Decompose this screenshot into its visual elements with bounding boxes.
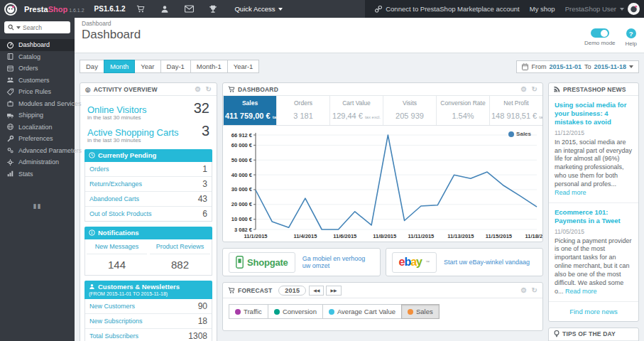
kpi-tab[interactable]: Orders 3 181 (276, 96, 329, 125)
sidebar-item[interactable]: Modules and Services (0, 98, 75, 110)
panel-refresh-icon[interactable]: ↻ (531, 287, 537, 294)
forecast-metric-button[interactable]: Conversion (268, 304, 323, 319)
sidebar-item[interactable]: Dashboard (0, 39, 75, 51)
notification-cell[interactable]: New Messages 144 (85, 239, 148, 275)
customers-row[interactable]: Total Subscribers 1308 (85, 329, 212, 341)
period-filter-button[interactable]: Year (134, 60, 160, 73)
kpi-tab[interactable]: Visits 205 939 (383, 96, 436, 125)
marketplace-link[interactable]: Connect to PrestaShop Marketplace accoun… (375, 5, 520, 13)
search-scope-caret-icon[interactable] (16, 26, 21, 29)
forecast-prev-button[interactable]: ◀◀ (309, 286, 324, 296)
sidebar-menu: Dashboard Catalog Orders Customers Price… (0, 39, 75, 180)
forecast-next-button[interactable]: ▶▶ (326, 286, 341, 296)
shop-version: PS1.6.1.2 (94, 5, 126, 13)
trophy-icon[interactable] (204, 5, 222, 13)
collapse-menu-button[interactable]: ▮▮ (0, 202, 75, 210)
read-more-link[interactable]: Read more (565, 288, 597, 295)
cart-icon (228, 86, 235, 93)
help-icon[interactable]: ? (626, 28, 636, 38)
news-title-link[interactable]: Using social media for your business: 4 … (555, 101, 633, 126)
active-carts-value: 3 (202, 123, 209, 139)
sales-chart: Sales 3 082 €10 000 €20 000 €30 000 €40 … (223, 126, 542, 242)
pending-row[interactable]: Return/Exchanges 3 (85, 177, 212, 192)
customers-rows: New Customers 90 New Subscriptions 18 To… (84, 299, 212, 341)
period-filter-button[interactable]: Month-1 (190, 60, 228, 73)
news-item: Using social media for your business: 4 … (549, 96, 638, 203)
tag-icon (6, 88, 14, 96)
search-input[interactable] (23, 24, 62, 31)
my-shop-link[interactable]: My shop (530, 5, 555, 13)
svg-text:11/15/2015: 11/15/2015 (486, 233, 512, 239)
panel-settings-icon[interactable]: ⚙ (520, 86, 527, 93)
shopgate-module-panel: Shopgate Ga mobiel en verhoog uw omzet (222, 248, 381, 276)
kpi-tab[interactable]: Net Profit 148 918,51 € tax excl. (489, 96, 542, 125)
sidebar-item[interactable]: Advanced Parameters (0, 145, 75, 157)
kpi-tab[interactable]: Sales 411 759,00 € tax excl. (223, 96, 276, 125)
calendar-icon (522, 63, 528, 70)
find-more-news-link[interactable]: Find more news (549, 302, 638, 321)
chart-icon (6, 170, 14, 178)
puzzle-icon (6, 99, 14, 107)
quick-access-menu[interactable]: Quick Access (234, 5, 282, 13)
panel-settings-icon[interactable]: ⚙ (520, 287, 527, 294)
sidebar-item[interactable]: Orders (0, 63, 75, 75)
kpi-tab[interactable]: Conversion Rate 1.54% (436, 96, 489, 125)
forecast-metric-button[interactable]: Average Cart Value (322, 304, 402, 319)
chevron-down-icon (620, 8, 624, 11)
period-filter-button[interactable]: Year-1 (227, 60, 260, 73)
period-filter-button[interactable]: Day-1 (160, 60, 191, 73)
envelope-icon[interactable] (180, 5, 197, 13)
demo-mode-toggle[interactable] (591, 28, 609, 38)
pending-row[interactable]: Out of Stock Products 6 (85, 207, 212, 221)
sidebar-item[interactable]: Shipping (0, 109, 75, 121)
sidebar-search[interactable] (4, 21, 70, 33)
sidebar-item[interactable]: Stats (0, 168, 75, 180)
svg-text:11/6/2015: 11/6/2015 (333, 233, 356, 239)
employee-icon[interactable] (156, 5, 173, 13)
page-header: Dashboard Dashboard Demo mode ? Help (75, 18, 644, 53)
period-filter-button[interactable]: Day (80, 60, 104, 73)
news-title-link[interactable]: Ecommerce 101: Payments in a Tweet (555, 208, 633, 225)
online-visitors-link[interactable]: Online Visitors (87, 104, 147, 115)
panel-settings-icon[interactable]: ⚙ (195, 86, 201, 93)
receipt-icon (6, 65, 14, 72)
customers-row[interactable]: New Customers 90 (85, 299, 212, 314)
svg-text:50 000 €: 50 000 € (231, 157, 253, 163)
forecast-metric-button[interactable]: Traffic (229, 304, 268, 319)
cart-icon[interactable] (132, 5, 149, 13)
chevron-down-icon (629, 65, 633, 68)
date-range-picker[interactable]: From2015-11-01 To2015-11-18 (516, 60, 639, 73)
panel-title: ACTIVITY OVERVIEW (94, 86, 158, 93)
shopgate-cta-link[interactable]: Ga mobiel en verhoog uw omzet (302, 255, 374, 269)
user-menu[interactable]: PrestaShop User (565, 3, 640, 15)
svg-text:11/11/2015: 11/11/2015 (408, 233, 435, 239)
period-filter-button[interactable]: Month (104, 60, 135, 73)
gauge-icon (6, 41, 14, 49)
shopgate-logo: Shopgate (229, 252, 295, 273)
sidebar-item[interactable]: Administration (0, 156, 75, 168)
active-carts-link[interactable]: Active Shopping Carts (87, 127, 179, 138)
ebay-logo: ebay ™ (392, 252, 437, 273)
search-icon (8, 24, 14, 31)
pending-row[interactable]: Abandoned Carts 43 (85, 192, 212, 207)
forecast-metric-button[interactable]: Sales (401, 304, 440, 319)
sidebar-item[interactable]: Catalog (0, 51, 75, 63)
notification-cell[interactable]: Product Reviews 882 (148, 239, 212, 275)
panel-refresh-icon[interactable]: ↻ (205, 86, 212, 93)
link-icon (375, 6, 382, 13)
pending-rows: Orders 1 Return/Exchanges 3 Abandoned Ca… (84, 162, 212, 222)
svg-text:11/4/2015: 11/4/2015 (293, 233, 317, 239)
svg-text:11/1/2015: 11/1/2015 (244, 233, 268, 239)
sidebar-item[interactable]: Localization (0, 121, 75, 134)
pending-row[interactable]: Orders 1 (85, 162, 212, 177)
ebay-cta-link[interactable]: Start uw eBay-winkel vandaag (444, 259, 530, 266)
sidebar-item[interactable]: Customers (0, 75, 75, 87)
sidebar-item[interactable]: Preferences (0, 133, 75, 145)
news-list: Using social media for your business: 4 … (549, 96, 638, 302)
sidebar-item[interactable]: Price Rules (0, 86, 75, 98)
read-more-link[interactable]: Read more (555, 189, 586, 196)
panel-refresh-icon[interactable]: ↻ (531, 86, 537, 93)
customers-row[interactable]: New Subscriptions 18 (85, 314, 212, 329)
kpi-row: Sales 411 759,00 € tax excl. Orders 3 18… (223, 96, 542, 126)
kpi-tab[interactable]: Cart Value 129,44 € tax excl. (329, 96, 383, 125)
